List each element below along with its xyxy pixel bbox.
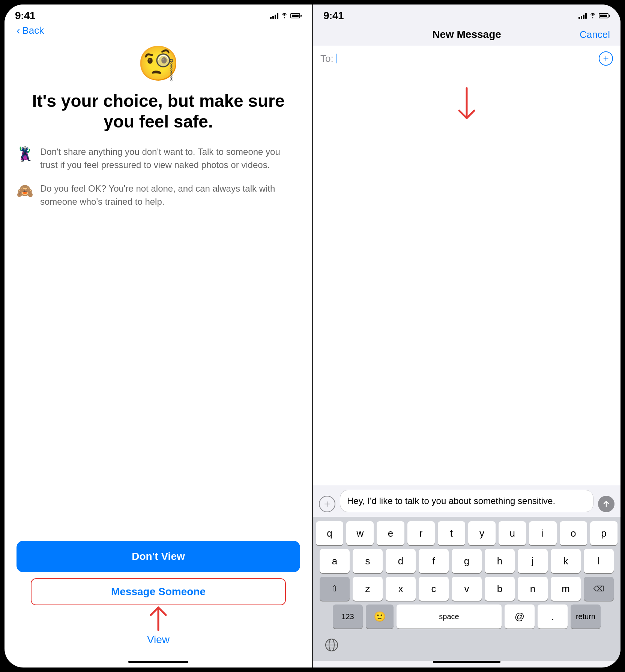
battery-fill	[292, 15, 299, 17]
left-phone: 9:41 ‹ Ba	[5, 4, 312, 668]
new-message-header: New Message Cancel	[313, 25, 620, 46]
signal-bar-4	[277, 13, 278, 19]
signal-bar-3	[275, 15, 276, 19]
key-n[interactable]: n	[518, 577, 548, 601]
compose-add-button[interactable]: +	[319, 496, 335, 512]
cancel-button[interactable]: Cancel	[580, 29, 610, 40]
key-v[interactable]: v	[452, 577, 482, 601]
key-i[interactable]: i	[529, 521, 556, 545]
status-time-left: 9:41	[15, 10, 35, 22]
key-space[interactable]: space	[397, 604, 502, 628]
key-y[interactable]: y	[468, 521, 496, 545]
message-bubble-input[interactable]: Hey, I'd like to talk to you about somet…	[340, 490, 593, 512]
keyboard-row-4: 123 🙂 space @ . return	[316, 604, 617, 628]
key-w[interactable]: w	[346, 521, 374, 545]
tip-item-2: 🙈 Do you feel OK? You're not alone, and …	[17, 182, 300, 208]
key-z[interactable]: z	[353, 577, 383, 601]
wifi-icon-right	[589, 13, 596, 18]
message-someone-wrapper: Message Someone	[17, 578, 300, 605]
status-bar-right: 9:41	[313, 4, 620, 25]
message-compose-area	[313, 71, 620, 485]
key-return[interactable]: return	[571, 604, 601, 628]
battery-tip	[300, 15, 302, 17]
to-label: To:	[320, 53, 334, 64]
tip-text-1: Don't share anything you don't want to. …	[40, 146, 300, 172]
key-x[interactable]: x	[386, 577, 416, 601]
to-field-container: To: +	[313, 46, 620, 71]
buttons-container: Don't View Message Someone View	[17, 541, 300, 646]
key-u[interactable]: u	[499, 521, 526, 545]
key-shift[interactable]: ⇧	[320, 577, 350, 601]
tips-container: 🦹 Don't share anything you don't want to…	[17, 146, 300, 208]
status-bar-left: 9:41	[5, 4, 312, 25]
keyboard: q w e r t y u i o p a s d f g h j k l ⇧ …	[313, 517, 620, 661]
key-b[interactable]: b	[485, 577, 515, 601]
left-content: ‹ Back 🧐 It's your choice, but make sure…	[5, 25, 312, 655]
tip-text-2: Do you feel OK? You're not alone, and ca…	[40, 182, 300, 208]
back-button[interactable]: ‹ Back	[17, 25, 44, 36]
main-emoji: 🧐	[17, 44, 300, 83]
key-h[interactable]: h	[485, 549, 515, 573]
signal-icon	[270, 13, 278, 19]
main-heading: It's your choice, but make sure you feel…	[17, 91, 300, 132]
keyboard-row-1: q w e r t y u i o p	[316, 521, 617, 545]
key-123[interactable]: 123	[333, 604, 363, 628]
key-s[interactable]: s	[353, 549, 383, 573]
status-time-right: 9:41	[323, 10, 344, 22]
status-icons-right	[578, 13, 610, 19]
tip-emoji-2: 🙈	[17, 183, 33, 199]
key-d[interactable]: d	[386, 549, 416, 573]
keyboard-row-3: ⇧ z x c v b n m ⌫	[316, 577, 617, 601]
signal-bar-1	[270, 17, 272, 19]
message-someone-button[interactable]: Message Someone	[31, 578, 286, 605]
tip-emoji-1: 🦹	[17, 146, 33, 162]
key-q[interactable]: q	[316, 521, 343, 545]
battery-icon-right	[599, 13, 610, 18]
key-e[interactable]: e	[377, 521, 404, 545]
wifi-icon	[281, 13, 288, 18]
signal-icon-right	[578, 13, 587, 19]
back-chevron-icon: ‹	[17, 26, 20, 36]
status-icons-left	[270, 13, 302, 19]
key-t[interactable]: t	[438, 521, 465, 545]
right-phone: 9:41 New Message Can	[313, 4, 620, 668]
red-arrow-up-icon	[147, 604, 170, 635]
tip-item-1: 🦹 Don't share anything you don't want to…	[17, 146, 300, 172]
signal-bar-2	[272, 16, 274, 19]
home-indicator-right	[433, 661, 500, 663]
keyboard-row-2: a s d f g h j k l	[316, 549, 617, 573]
key-at[interactable]: @	[505, 604, 535, 628]
key-period[interactable]: .	[538, 604, 568, 628]
key-g[interactable]: g	[452, 549, 482, 573]
key-m[interactable]: m	[551, 577, 581, 601]
home-indicator-left	[128, 661, 188, 663]
key-emoji[interactable]: 🙂	[366, 604, 394, 628]
key-o[interactable]: o	[560, 521, 587, 545]
globe-key[interactable]	[322, 635, 341, 655]
key-c[interactable]: c	[419, 577, 449, 601]
key-f[interactable]: f	[419, 549, 449, 573]
dont-view-button[interactable]: Don't View	[17, 541, 300, 572]
battery-body	[290, 13, 300, 18]
key-r[interactable]: r	[407, 521, 435, 545]
key-backspace[interactable]: ⌫	[584, 577, 614, 601]
key-j[interactable]: j	[518, 549, 548, 573]
add-contact-button[interactable]: +	[599, 51, 613, 66]
send-button[interactable]	[598, 496, 614, 512]
monocle-emoji-icon: 🧐	[137, 45, 179, 82]
back-label: Back	[22, 25, 44, 36]
new-message-title: New Message	[432, 28, 501, 40]
view-button[interactable]: View	[147, 634, 170, 646]
wifi-dot	[284, 17, 285, 18]
battery-icon	[290, 13, 302, 18]
message-input-row: + Hey, I'd like to talk to you about som…	[313, 485, 620, 517]
key-l[interactable]: l	[584, 549, 614, 573]
key-k[interactable]: k	[551, 549, 581, 573]
key-a[interactable]: a	[320, 549, 350, 573]
key-p[interactable]: p	[590, 521, 617, 545]
red-arrow-down-icon	[455, 86, 478, 125]
keyboard-bottom-row	[316, 632, 617, 661]
cursor	[337, 54, 337, 63]
